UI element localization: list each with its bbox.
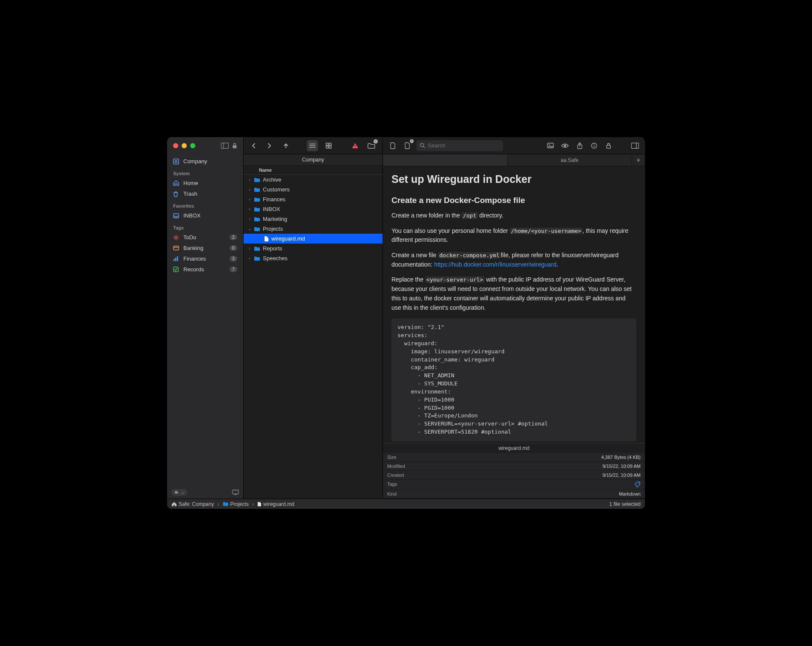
- document-scroll[interactable]: Set up Wireguard in Docker Create a new …: [383, 166, 645, 443]
- new-doc-plus-button[interactable]: +: [402, 140, 413, 151]
- safe-icon: [173, 159, 180, 164]
- share-icon[interactable]: [574, 140, 585, 151]
- svg-rect-2: [233, 145, 237, 148]
- svg-point-36: [638, 483, 639, 484]
- tag-icon[interactable]: [635, 482, 641, 487]
- doc-title: Set up Wireguard in Docker: [391, 173, 636, 185]
- forward-button[interactable]: [264, 140, 275, 151]
- folder-icon: [254, 207, 260, 212]
- file-row[interactable]: wireguard.md: [244, 234, 382, 244]
- breadcrumb[interactable]: Safe: Company › Projects › wireguard.md: [171, 501, 294, 507]
- list-view-button[interactable]: [307, 140, 318, 151]
- sidebar: Company SystemHomeTrashFavoritesINBOXTag…: [167, 137, 243, 499]
- file-tree[interactable]: ›Archive›Customers›Finances›INBOX›Market…: [244, 175, 382, 499]
- home-icon: [171, 502, 177, 507]
- folder-row[interactable]: ›Marketing: [244, 214, 382, 224]
- disclosure-icon[interactable]: ⌄: [247, 226, 252, 231]
- disclosure-icon[interactable]: ›: [247, 197, 252, 202]
- grid-view-button[interactable]: [323, 140, 334, 151]
- up-button[interactable]: [280, 140, 291, 151]
- code-block: version: "2.1" services: wireguard: imag…: [391, 318, 636, 441]
- info-kind: KindMarkdown: [383, 490, 645, 499]
- disclosure-icon[interactable]: ›: [247, 207, 252, 211]
- sidebar-toggle-icon[interactable]: [221, 143, 229, 149]
- maximize-button[interactable]: [190, 143, 195, 148]
- svg-rect-23: [355, 147, 356, 148]
- titlebar: [167, 137, 243, 154]
- sidebar-group-title: System: [167, 167, 243, 178]
- svg-point-6: [175, 237, 177, 238]
- sidebar-item-trash[interactable]: Trash: [167, 188, 243, 199]
- svg-rect-20: [326, 146, 328, 148]
- main-area: Company SystemHomeTrashFavoritesINBOXTag…: [167, 137, 645, 499]
- svg-rect-18: [326, 143, 328, 145]
- new-doc-button[interactable]: [387, 140, 398, 151]
- folder-icon: [254, 226, 260, 232]
- doc-link[interactable]: https://hub.docker.com/r/linuxserver/wir…: [434, 261, 556, 268]
- disclosure-icon[interactable]: ›: [247, 187, 252, 192]
- sync-status[interactable]: ⌄: [171, 489, 187, 496]
- folder-icon: [254, 177, 260, 182]
- svg-point-27: [549, 144, 550, 146]
- folder-row[interactable]: ›Finances: [244, 194, 382, 204]
- close-button[interactable]: [173, 143, 178, 148]
- column-name: Name: [259, 167, 272, 173]
- minimize-button[interactable]: [182, 143, 187, 148]
- info-tags[interactable]: Tags: [383, 480, 645, 490]
- folder-icon: [254, 217, 260, 222]
- check-icon: [173, 267, 180, 272]
- search-icon: [420, 143, 425, 148]
- tree-label: Projects: [263, 226, 283, 232]
- doc-p4: Replace the <your-server-url> with the p…: [391, 275, 636, 312]
- search-box[interactable]: [416, 140, 503, 151]
- preview-icon[interactable]: [559, 140, 571, 151]
- home-icon: [173, 180, 180, 186]
- folder-row[interactable]: ›Archive: [244, 175, 382, 185]
- sidebar-item-inbox[interactable]: INBOX: [167, 210, 243, 221]
- folder-icon: [254, 256, 260, 261]
- info-created: Created9/15/22, 10:09 AM: [383, 471, 645, 480]
- warning-icon[interactable]: [350, 140, 361, 151]
- folder-row[interactable]: ›INBOX: [244, 204, 382, 214]
- lock-icon-2[interactable]: [603, 140, 614, 151]
- folder-row[interactable]: ›Speeches: [244, 253, 382, 263]
- file-list-columns[interactable]: Name: [244, 166, 382, 175]
- folder-row[interactable]: ›Customers: [244, 185, 382, 194]
- folder-icon: [223, 502, 229, 506]
- info-panel: Size4,387 Bytes (4 KB) Modified9/15/22, …: [383, 453, 645, 499]
- disclosure-icon[interactable]: ›: [247, 256, 252, 261]
- panel-toggle-icon[interactable]: [630, 140, 641, 151]
- doc-p2: You can also use your personal home fold…: [391, 226, 636, 245]
- sidebar-footer: ⌄: [167, 486, 243, 499]
- tab-add-button[interactable]: +: [632, 154, 645, 166]
- back-button[interactable]: [248, 140, 259, 151]
- sidebar-item-records[interactable]: Records7: [167, 264, 243, 275]
- info-icon[interactable]: [588, 140, 600, 151]
- disclosure-icon[interactable]: ›: [247, 217, 252, 221]
- tabs-row: aa.Safe +: [383, 154, 645, 166]
- sidebar-item-todo[interactable]: ToDo2: [167, 232, 243, 243]
- folder-row[interactable]: ⌄Projects: [244, 224, 382, 234]
- file-icon: [257, 502, 262, 507]
- folder-add-button[interactable]: +: [366, 140, 377, 151]
- display-icon[interactable]: [232, 490, 239, 495]
- svg-rect-0: [221, 143, 229, 149]
- image-icon[interactable]: [545, 140, 556, 151]
- sidebar-item-home[interactable]: Home: [167, 178, 243, 188]
- sidebar-item-finances[interactable]: Finances3: [167, 253, 243, 264]
- sidebar-item-banking[interactable]: Banking0: [167, 243, 243, 253]
- file-list-header: Company: [244, 154, 382, 166]
- tab-blank[interactable]: [383, 154, 508, 166]
- disclosure-icon[interactable]: ›: [247, 177, 252, 182]
- svg-rect-9: [174, 259, 175, 261]
- doc-filename: wireguard.md: [383, 443, 645, 453]
- svg-point-24: [421, 144, 424, 147]
- tab-active[interactable]: aa.Safe: [508, 154, 633, 166]
- folder-row[interactable]: ›Reports: [244, 244, 382, 253]
- lock-icon[interactable]: [232, 143, 237, 149]
- sidebar-content: Company SystemHomeTrashFavoritesINBOXTag…: [167, 154, 243, 486]
- disclosure-icon[interactable]: ›: [247, 246, 252, 251]
- sidebar-safe-company[interactable]: Company: [167, 156, 243, 167]
- doc-p3: Create a new file docker-compose.ymlfile…: [391, 251, 636, 269]
- search-input[interactable]: [428, 142, 500, 149]
